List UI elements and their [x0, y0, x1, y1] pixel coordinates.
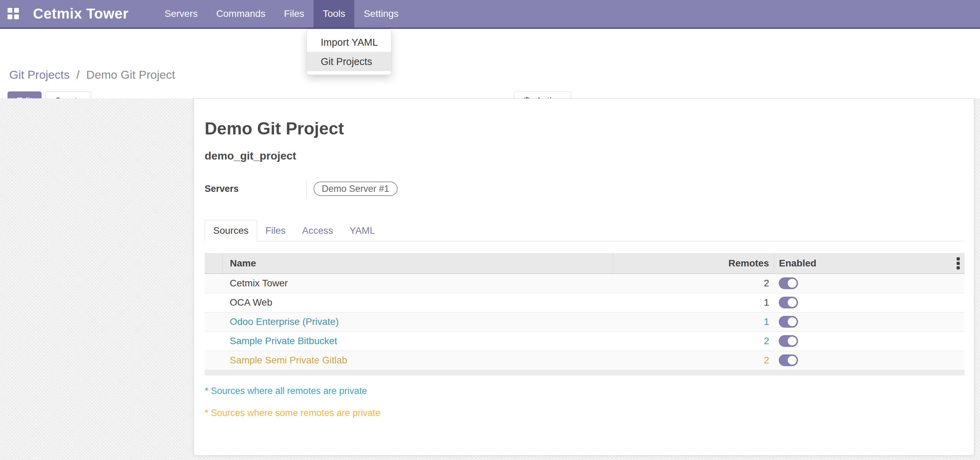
source-remotes: 2: [613, 331, 774, 351]
enabled-toggle[interactable]: [779, 278, 798, 289]
servers-field-label: Servers: [205, 184, 306, 194]
row-selector-cell: [205, 293, 222, 312]
column-header-name[interactable]: Name: [222, 253, 613, 274]
enabled-toggle[interactable]: [779, 335, 798, 347]
menu-item-commands[interactable]: Commands: [207, 0, 275, 27]
breadcrumb: Git Projects / Demo Git Project: [9, 68, 175, 81]
apps-grid-icon[interactable]: [8, 8, 19, 19]
main-menu: Servers Commands Files Tools Settings: [155, 0, 407, 27]
sources-table: Name Remotes Enabled Cetmix Tower 2 OCA …: [205, 253, 964, 375]
table-row[interactable]: OCA Web 1: [205, 293, 964, 312]
tab-files[interactable]: Files: [257, 220, 294, 241]
tab-yaml[interactable]: YAML: [341, 220, 383, 241]
column-header-enabled[interactable]: Enabled: [774, 253, 964, 274]
menu-item-servers[interactable]: Servers: [155, 0, 207, 27]
source-name[interactable]: Sample Private Bitbucket: [222, 331, 613, 351]
row-selector-cell: [205, 331, 222, 351]
control-panel: Git Projects / Demo Git Project Edit Cre…: [0, 29, 980, 98]
source-remotes: 1: [613, 293, 774, 312]
row-selector-cell: [205, 312, 222, 331]
source-name[interactable]: Cetmix Tower: [222, 274, 613, 293]
source-name[interactable]: OCA Web: [222, 293, 613, 312]
breadcrumb-link-git-projects[interactable]: Git Projects: [9, 68, 70, 81]
app-brand[interactable]: Cetmix Tower: [33, 5, 129, 22]
row-selector-cell: [205, 351, 222, 370]
enabled-toggle[interactable]: [779, 297, 798, 308]
source-remotes: 1: [613, 312, 774, 331]
toggle-knob: [788, 298, 797, 307]
menu-item-tools[interactable]: Tools: [313, 0, 354, 27]
tab-access[interactable]: Access: [294, 220, 341, 241]
toggle-knob: [788, 317, 797, 326]
toggle-knob: [788, 356, 797, 365]
enabled-toggle[interactable]: [779, 355, 798, 366]
selector-column-header: [205, 253, 222, 274]
column-header-enabled-label: Enabled: [779, 258, 816, 268]
toggle-knob: [788, 337, 797, 345]
source-name[interactable]: Sample Semi Private Gitlab: [222, 351, 613, 370]
menu-item-files[interactable]: Files: [275, 0, 313, 27]
source-remotes: 2: [613, 274, 774, 293]
dropdown-item-import-yaml[interactable]: Import YAML: [307, 33, 391, 52]
source-name[interactable]: Odoo Enterprise (Private): [222, 312, 613, 331]
table-header-row: Name Remotes Enabled: [205, 253, 964, 274]
footnote-all-private: * Sources where all remotes are private: [205, 385, 964, 397]
tools-dropdown: Import YAML Git Projects: [307, 29, 391, 75]
row-selector-cell: [205, 274, 222, 293]
column-header-remotes[interactable]: Remotes: [613, 253, 774, 274]
source-remotes: 2: [613, 351, 774, 370]
optional-columns-icon[interactable]: [955, 256, 961, 271]
breadcrumb-separator: /: [73, 68, 83, 81]
dropdown-item-git-projects[interactable]: Git Projects: [307, 52, 391, 71]
server-tag[interactable]: Demo Server #1: [313, 182, 398, 196]
field-divider: [306, 180, 307, 198]
toggle-knob: [788, 279, 797, 288]
enabled-toggle[interactable]: [779, 316, 798, 327]
top-navbar: Cetmix Tower Servers Commands Files Tool…: [0, 0, 980, 29]
notebook-tabs: Sources Files Access YAML: [205, 220, 964, 241]
table-row[interactable]: Cetmix Tower 2: [205, 274, 964, 293]
form-card: Demo Git Project demo_git_project Server…: [194, 98, 974, 455]
page-title: Demo Git Project: [205, 120, 964, 137]
menu-item-settings[interactable]: Settings: [354, 0, 407, 27]
table-footer-strip: [205, 370, 964, 375]
project-name: demo_git_project: [205, 150, 964, 161]
breadcrumb-current: Demo Git Project: [86, 68, 175, 81]
tab-sources[interactable]: Sources: [205, 220, 257, 241]
table-row[interactable]: Sample Semi Private Gitlab 2: [205, 351, 964, 370]
table-row[interactable]: Sample Private Bitbucket 2: [205, 331, 964, 351]
footnote-some-private: * Sources where some remotes are private: [205, 407, 964, 419]
table-row[interactable]: Odoo Enterprise (Private) 1: [205, 312, 964, 331]
servers-field: Servers Demo Server #1: [205, 180, 964, 198]
